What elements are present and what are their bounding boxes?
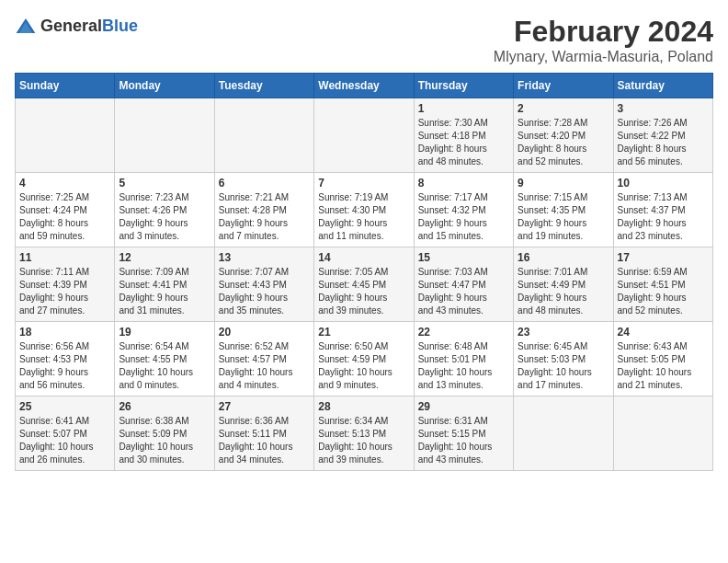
calendar-week-row: 18Sunrise: 6:56 AM Sunset: 4:53 PM Dayli… (16, 322, 713, 396)
calendar-week-row: 4Sunrise: 7:25 AM Sunset: 4:24 PM Daylig… (16, 173, 713, 247)
calendar-cell: 19Sunrise: 6:54 AM Sunset: 4:55 PM Dayli… (115, 322, 214, 396)
day-info: Sunrise: 7:13 AM Sunset: 4:37 PM Dayligh… (618, 191, 709, 243)
calendar-cell: 7Sunrise: 7:19 AM Sunset: 4:30 PM Daylig… (314, 173, 414, 247)
weekday-header: Monday (115, 74, 214, 98)
day-number: 27 (219, 400, 310, 413)
weekday-header: Wednesday (314, 74, 414, 98)
calendar-cell: 10Sunrise: 7:13 AM Sunset: 4:37 PM Dayli… (613, 173, 712, 247)
day-number: 29 (418, 400, 509, 413)
day-info: Sunrise: 7:07 AM Sunset: 4:43 PM Dayligh… (219, 266, 310, 317)
logo-icon (15, 15, 37, 37)
day-info: Sunrise: 6:43 AM Sunset: 5:05 PM Dayligh… (618, 340, 709, 392)
weekday-header: Thursday (414, 74, 513, 98)
calendar-cell: 27Sunrise: 6:36 AM Sunset: 5:11 PM Dayli… (214, 396, 313, 471)
day-number: 23 (518, 326, 609, 339)
calendar-cell: 24Sunrise: 6:43 AM Sunset: 5:05 PM Dayli… (613, 322, 712, 396)
day-info: Sunrise: 7:26 AM Sunset: 4:22 PM Dayligh… (618, 117, 709, 168)
calendar-cell: 16Sunrise: 7:01 AM Sunset: 4:49 PM Dayli… (514, 247, 613, 322)
calendar-table: SundayMondayTuesdayWednesdayThursdayFrid… (15, 73, 713, 471)
calendar-cell: 26Sunrise: 6:38 AM Sunset: 5:09 PM Dayli… (115, 396, 214, 471)
title-area: February 2024 Mlynary, Warmia-Masuria, P… (494, 15, 713, 65)
day-info: Sunrise: 7:05 AM Sunset: 4:45 PM Dayligh… (318, 266, 409, 317)
day-info: Sunrise: 7:19 AM Sunset: 4:30 PM Dayligh… (318, 191, 409, 243)
day-info: Sunrise: 7:23 AM Sunset: 4:26 PM Dayligh… (119, 191, 210, 243)
day-number: 17 (618, 251, 709, 264)
day-number: 21 (318, 326, 409, 339)
calendar-body: 1Sunrise: 7:30 AM Sunset: 4:18 PM Daylig… (16, 98, 713, 471)
logo: GeneralBlue (15, 15, 138, 37)
day-info: Sunrise: 6:59 AM Sunset: 4:51 PM Dayligh… (618, 266, 709, 317)
day-number: 10 (618, 177, 709, 190)
header: GeneralBlue February 2024 Mlynary, Warmi… (15, 15, 713, 65)
calendar-header-row: SundayMondayTuesdayWednesdayThursdayFrid… (16, 74, 713, 98)
calendar-cell: 9Sunrise: 7:15 AM Sunset: 4:35 PM Daylig… (514, 173, 613, 247)
day-number: 19 (119, 326, 210, 339)
calendar-cell: 25Sunrise: 6:41 AM Sunset: 5:07 PM Dayli… (16, 396, 115, 471)
calendar-cell: 6Sunrise: 7:21 AM Sunset: 4:28 PM Daylig… (214, 173, 313, 247)
day-info: Sunrise: 6:36 AM Sunset: 5:11 PM Dayligh… (219, 415, 310, 466)
main-title: February 2024 (494, 15, 713, 49)
weekday-header: Saturday (613, 74, 712, 98)
calendar-cell (514, 396, 613, 471)
calendar-cell: 8Sunrise: 7:17 AM Sunset: 4:32 PM Daylig… (414, 173, 513, 247)
day-info: Sunrise: 6:45 AM Sunset: 5:03 PM Dayligh… (518, 340, 609, 392)
weekday-header: Friday (514, 74, 613, 98)
day-info: Sunrise: 7:30 AM Sunset: 4:18 PM Dayligh… (418, 117, 509, 168)
calendar-cell (214, 98, 313, 173)
day-info: Sunrise: 6:48 AM Sunset: 5:01 PM Dayligh… (418, 340, 509, 392)
subtitle: Mlynary, Warmia-Masuria, Poland (494, 49, 713, 65)
day-info: Sunrise: 7:11 AM Sunset: 4:39 PM Dayligh… (19, 266, 110, 317)
calendar-cell: 21Sunrise: 6:50 AM Sunset: 4:59 PM Dayli… (314, 322, 414, 396)
calendar-cell: 2Sunrise: 7:28 AM Sunset: 4:20 PM Daylig… (514, 98, 613, 173)
calendar-cell: 11Sunrise: 7:11 AM Sunset: 4:39 PM Dayli… (16, 247, 115, 322)
calendar-cell: 20Sunrise: 6:52 AM Sunset: 4:57 PM Dayli… (214, 322, 313, 396)
calendar-cell: 18Sunrise: 6:56 AM Sunset: 4:53 PM Dayli… (16, 322, 115, 396)
day-number: 2 (518, 102, 609, 115)
calendar-cell: 5Sunrise: 7:23 AM Sunset: 4:26 PM Daylig… (115, 173, 214, 247)
day-number: 4 (19, 177, 110, 190)
day-number: 5 (119, 177, 210, 190)
day-number: 18 (19, 326, 110, 339)
calendar-cell: 12Sunrise: 7:09 AM Sunset: 4:41 PM Dayli… (115, 247, 214, 322)
calendar-cell (314, 98, 414, 173)
day-number: 25 (19, 400, 110, 413)
day-number: 14 (318, 251, 409, 264)
calendar-cell: 29Sunrise: 6:31 AM Sunset: 5:15 PM Dayli… (414, 396, 513, 471)
day-info: Sunrise: 7:17 AM Sunset: 4:32 PM Dayligh… (418, 191, 509, 243)
weekday-header: Sunday (16, 74, 115, 98)
day-number: 22 (418, 326, 509, 339)
calendar-cell: 28Sunrise: 6:34 AM Sunset: 5:13 PM Dayli… (314, 396, 414, 471)
day-info: Sunrise: 7:28 AM Sunset: 4:20 PM Dayligh… (518, 117, 609, 168)
day-number: 28 (318, 400, 409, 413)
day-number: 6 (219, 177, 310, 190)
day-number: 26 (119, 400, 210, 413)
calendar-cell (613, 396, 712, 471)
day-info: Sunrise: 6:31 AM Sunset: 5:15 PM Dayligh… (418, 415, 509, 466)
day-info: Sunrise: 6:34 AM Sunset: 5:13 PM Dayligh… (318, 415, 409, 466)
logo-blue: Blue (102, 17, 138, 35)
day-number: 16 (518, 251, 609, 264)
day-info: Sunrise: 6:56 AM Sunset: 4:53 PM Dayligh… (19, 340, 110, 392)
calendar-cell: 23Sunrise: 6:45 AM Sunset: 5:03 PM Dayli… (514, 322, 613, 396)
day-number: 7 (318, 177, 409, 190)
day-number: 24 (618, 326, 709, 339)
weekday-header: Tuesday (214, 74, 313, 98)
calendar-cell: 22Sunrise: 6:48 AM Sunset: 5:01 PM Dayli… (414, 322, 513, 396)
calendar-cell: 17Sunrise: 6:59 AM Sunset: 4:51 PM Dayli… (613, 247, 712, 322)
day-info: Sunrise: 7:01 AM Sunset: 4:49 PM Dayligh… (518, 266, 609, 317)
day-number: 8 (418, 177, 509, 190)
day-info: Sunrise: 7:25 AM Sunset: 4:24 PM Dayligh… (19, 191, 110, 243)
calendar-cell (115, 98, 214, 173)
day-number: 15 (418, 251, 509, 264)
day-info: Sunrise: 6:52 AM Sunset: 4:57 PM Dayligh… (219, 340, 310, 392)
day-number: 3 (618, 102, 709, 115)
day-number: 1 (418, 102, 509, 115)
day-info: Sunrise: 7:21 AM Sunset: 4:28 PM Dayligh… (219, 191, 310, 243)
day-info: Sunrise: 6:54 AM Sunset: 4:55 PM Dayligh… (119, 340, 210, 392)
day-number: 12 (119, 251, 210, 264)
calendar-cell: 14Sunrise: 7:05 AM Sunset: 4:45 PM Dayli… (314, 247, 414, 322)
calendar-week-row: 11Sunrise: 7:11 AM Sunset: 4:39 PM Dayli… (16, 247, 713, 322)
day-info: Sunrise: 6:41 AM Sunset: 5:07 PM Dayligh… (19, 415, 110, 466)
calendar-week-row: 1Sunrise: 7:30 AM Sunset: 4:18 PM Daylig… (16, 98, 713, 173)
day-number: 13 (219, 251, 310, 264)
